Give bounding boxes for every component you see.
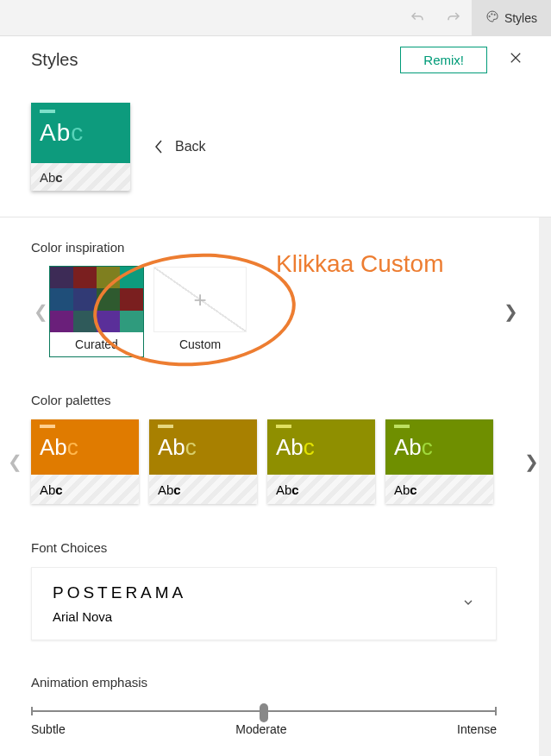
font-choice-card[interactable]: POSTERAMA Arial Nova xyxy=(31,567,497,640)
color-inspiration-curated[interactable]: Curated xyxy=(50,267,143,356)
chevron-left-icon: ❮ xyxy=(31,273,50,350)
color-inspiration-custom[interactable]: +Custom xyxy=(153,267,247,356)
undo-icon xyxy=(399,0,435,35)
panel-content: Color inspiration ❮ Curated+Custom ❯ Kli… xyxy=(0,217,551,756)
chevron-left-icon: ❮ xyxy=(5,423,24,501)
palette-card-0[interactable]: AbcAbc xyxy=(31,419,139,504)
chevron-down-icon xyxy=(461,595,475,613)
remix-button[interactable]: Remix! xyxy=(400,47,487,73)
palette-icon xyxy=(485,9,499,26)
font-secondary: Arial Nova xyxy=(53,609,186,624)
slider-label-moderate: Moderate xyxy=(235,722,286,736)
back-button[interactable]: Back xyxy=(154,139,206,154)
ci-label: Curated xyxy=(50,332,143,356)
back-label: Back xyxy=(175,139,206,154)
ci-label: Custom xyxy=(153,332,247,356)
palette-card-3[interactable]: AbcAbc xyxy=(385,419,493,504)
slider-label-subtle: Subtle xyxy=(31,722,66,736)
slider-thumb[interactable] xyxy=(260,703,268,722)
current-style-swatch: Abc Abc xyxy=(31,103,130,191)
svg-point-0 xyxy=(489,16,490,16)
palette-footer: Abc xyxy=(31,475,139,504)
section-title-color-palettes: Color palettes xyxy=(31,393,520,407)
palette-card-1[interactable]: AbcAbc xyxy=(149,419,257,504)
tab-styles-label: Styles xyxy=(504,11,537,25)
palette-footer: Abc xyxy=(149,475,257,504)
palette-card-2[interactable]: AbcAbc xyxy=(267,419,375,504)
section-title-font-choices: Font Choices xyxy=(31,540,520,555)
swatch-footer: Abc xyxy=(31,163,130,191)
panel-header: Styles Remix! xyxy=(0,36,551,84)
svg-point-2 xyxy=(494,14,495,15)
close-icon[interactable] xyxy=(503,45,529,75)
section-title-color-inspiration: Color inspiration xyxy=(31,240,520,255)
plus-icon: + xyxy=(153,267,247,332)
tab-styles[interactable]: Styles xyxy=(472,0,551,35)
color-palettes-picker: ❮ AbcAbcAbcAbcAbcAbcAbcAbc ❯ xyxy=(31,419,520,504)
chevron-right-icon[interactable]: ❯ xyxy=(522,423,541,501)
scrollbar-thumb[interactable] xyxy=(541,221,549,419)
panel-preview-row: Abc Abc Back xyxy=(0,84,551,217)
app-topbar: Styles xyxy=(0,0,551,36)
svg-point-1 xyxy=(492,14,492,15)
color-inspiration-picker: ❮ Curated+Custom ❯ xyxy=(31,267,520,356)
panel-title: Styles xyxy=(31,50,78,70)
redo-icon xyxy=(435,0,472,35)
palette-footer: Abc xyxy=(385,475,493,504)
slider-label-intense: Intense xyxy=(457,722,497,736)
section-title-animation-emphasis: Animation emphasis xyxy=(31,675,520,690)
chevron-right-icon[interactable]: ❯ xyxy=(501,273,520,350)
font-primary: POSTERAMA xyxy=(53,583,186,602)
animation-slider[interactable]: Subtle Moderate Intense xyxy=(31,702,497,736)
palette-footer: Abc xyxy=(267,475,375,504)
